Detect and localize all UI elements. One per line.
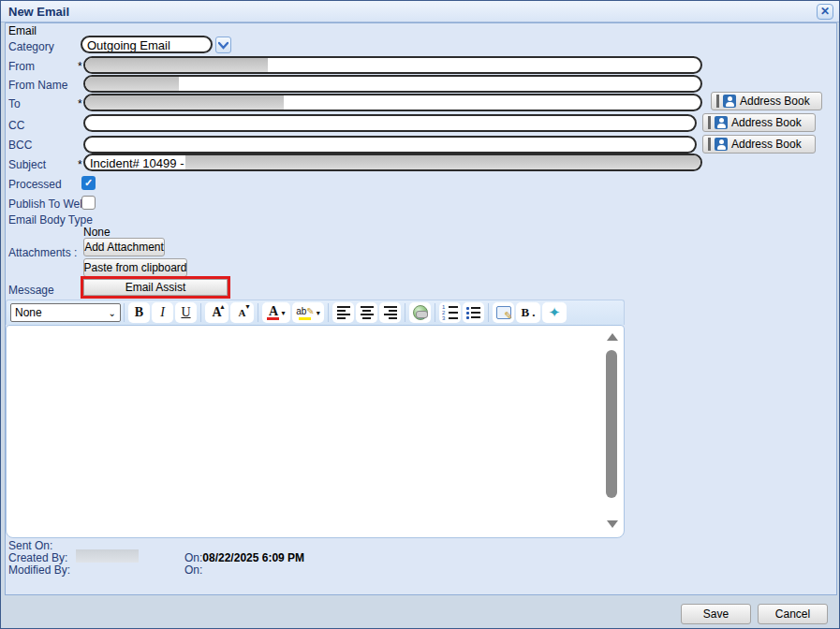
font-color-button[interactable]: A ▾ <box>262 302 290 323</box>
bold-button[interactable]: B <box>128 302 150 323</box>
from-required-marker: * <box>78 60 82 73</box>
subject-label: Subject <box>8 158 46 171</box>
toolbar-divider <box>258 303 258 322</box>
font-color-glyph: A <box>269 306 278 316</box>
highlight-color-button[interactable]: ab✎ ▾ <box>292 302 324 323</box>
from-redacted-value <box>85 58 268 72</box>
email-body-type-value: None <box>83 226 111 239</box>
address-book-person-icon <box>723 95 736 108</box>
close-icon[interactable]: ✕ <box>817 4 833 20</box>
bcc-field[interactable] <box>83 136 697 154</box>
subject-value: Incident# 10499 - <box>90 156 184 170</box>
dialog-titlebar: New Email ✕ <box>1 1 839 22</box>
toolbar-divider <box>124 303 125 322</box>
dialog-title: New Email <box>8 5 69 19</box>
processed-checkbox[interactable]: ✓ <box>81 176 96 190</box>
category-field[interactable]: Outgoing Email <box>81 36 213 53</box>
from-label: From <box>8 60 35 73</box>
address-book-divider <box>708 116 711 129</box>
pencil-icon: ✎ <box>306 306 314 316</box>
cc-address-book-button[interactable]: Address Book <box>702 113 816 132</box>
message-label: Message <box>8 284 54 297</box>
to-redacted-value <box>85 95 284 110</box>
from-name-field[interactable] <box>83 75 702 93</box>
caret-up-icon: ▲ <box>219 303 226 310</box>
dropdown-arrow-icon: ▾ <box>317 309 320 317</box>
highlight-color-bar <box>299 317 311 320</box>
created-on-value: 08/22/2025 6:09 PM <box>202 551 304 564</box>
align-right-icon <box>384 306 397 319</box>
ai-sparkle-button[interactable]: ✦ <box>542 302 567 323</box>
cc-field[interactable] <box>83 114 697 132</box>
font-color-bar <box>267 317 279 320</box>
attachments-label: Attachments : <box>8 246 77 259</box>
to-address-book-button[interactable]: Address Book <box>711 92 822 110</box>
message-body-editor[interactable] <box>6 325 625 538</box>
globe-link-icon <box>413 305 428 320</box>
modified-by-label: Modified By: <box>8 563 70 577</box>
image-pencil-icon <box>496 306 511 319</box>
underline-button[interactable]: U <box>175 302 197 323</box>
grow-font-button[interactable]: A ▲ <box>205 302 228 323</box>
numbered-list-icon: 1 2 3 <box>442 305 458 320</box>
from-name-label: From Name <box>8 79 67 92</box>
modified-on-label: On: <box>184 563 202 577</box>
cc-label: CC <box>8 119 24 132</box>
editor-scrollbar <box>605 329 619 532</box>
from-name-redacted-value <box>85 77 179 91</box>
to-required-marker: * <box>78 97 82 110</box>
scroll-up-icon[interactable] <box>607 333 618 341</box>
bullet-list-button[interactable] <box>463 302 484 323</box>
bold-dot-button[interactable]: B . <box>516 302 540 323</box>
subject-field[interactable]: Incident# 10499 - <box>83 154 702 171</box>
email-assist-button[interactable]: Email Assist <box>83 279 228 296</box>
from-field[interactable] <box>83 56 702 74</box>
scroll-down-icon[interactable] <box>607 520 618 528</box>
add-attachment-button[interactable]: Add Attachment <box>83 238 165 256</box>
save-button[interactable]: Save <box>681 604 751 624</box>
chevron-down-icon: ⌄ <box>109 308 116 318</box>
bcc-label: BCC <box>8 139 32 152</box>
align-center-button[interactable] <box>356 302 377 323</box>
paste-from-clipboard-button[interactable]: Paste from clipboard <box>83 258 187 277</box>
toolbar-divider <box>435 303 435 322</box>
category-label: Category <box>8 40 54 53</box>
created-on-label: On: <box>184 551 202 564</box>
align-right-button[interactable] <box>379 302 401 323</box>
bcc-address-book-button[interactable]: Address Book <box>702 135 816 154</box>
align-left-icon <box>337 306 350 319</box>
numbered-list-button[interactable]: 1 2 3 <box>439 302 461 323</box>
category-value: Outgoing Email <box>87 38 170 52</box>
scrollbar-thumb[interactable] <box>606 350 617 498</box>
created-on-row: On:08/22/2025 6:09 PM <box>184 551 304 564</box>
editor-toolbar: None ⌄ B I U A ▲ A ▼ A ▾ ab✎ <box>6 300 625 325</box>
created-by-label: Created By: <box>8 551 67 564</box>
section-label-email: Email <box>8 24 37 37</box>
new-email-dialog: New Email ✕ Email Category Outgoing Emai… <box>0 0 840 629</box>
italic-button[interactable]: I <box>152 302 173 323</box>
address-book-label: Address Book <box>731 116 802 129</box>
address-book-person-icon <box>715 138 728 151</box>
created-by-redacted-value <box>76 549 139 563</box>
toolbar-divider <box>200 303 201 322</box>
align-left-button[interactable] <box>332 302 354 323</box>
caret-down-icon: ▼ <box>244 303 251 310</box>
publish-to-web-label: Publish To Web <box>8 197 86 211</box>
highlight-glyph: ab✎ <box>296 306 315 316</box>
publish-to-web-checkbox[interactable] <box>81 196 96 210</box>
toolbar-divider <box>405 303 405 322</box>
insert-link-button[interactable] <box>409 302 431 323</box>
category-dropdown-icon[interactable] <box>215 37 231 53</box>
cancel-button[interactable]: Cancel <box>758 604 828 624</box>
email-assist-highlight-annotation: Email Assist <box>81 276 230 299</box>
to-field[interactable] <box>83 94 702 111</box>
shrink-font-button[interactable]: A ▼ <box>230 302 254 323</box>
to-label: To <box>8 97 21 110</box>
insert-image-button[interactable] <box>493 302 514 323</box>
processed-label: Processed <box>8 178 62 191</box>
address-book-person-icon <box>715 116 728 129</box>
toolbar-divider <box>328 303 329 322</box>
address-book-label: Address Book <box>731 138 802 151</box>
style-select[interactable]: None ⌄ <box>10 303 121 322</box>
subject-redacted-value <box>185 155 700 169</box>
